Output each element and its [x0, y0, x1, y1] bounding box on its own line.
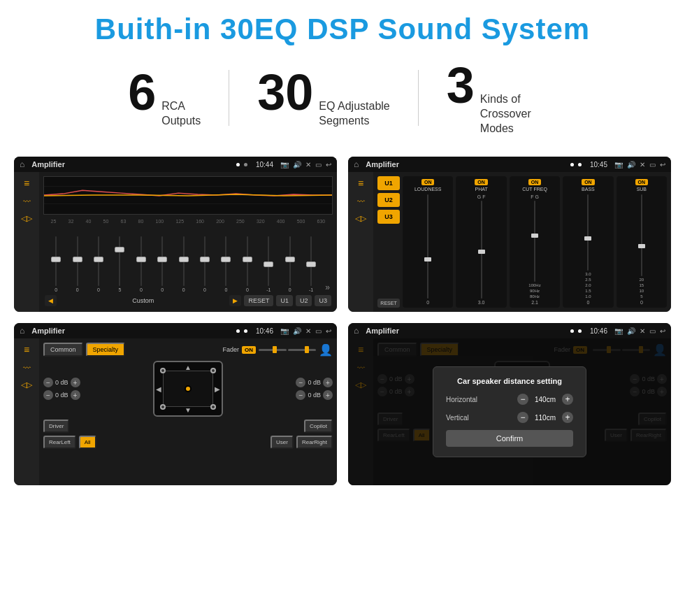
- eq-slider-5[interactable]: 0: [131, 236, 151, 292]
- close-icon-3: ✕: [305, 327, 311, 335]
- eq-slider-2[interactable]: 0: [67, 236, 87, 292]
- eq-slider-8[interactable]: 0: [195, 236, 215, 292]
- right-bot-plus[interactable]: +: [323, 390, 333, 400]
- common-tab-3[interactable]: Common: [43, 343, 83, 357]
- eq-slider-6[interactable]: 0: [152, 236, 172, 292]
- equalizer-icon[interactable]: ≡: [24, 178, 29, 189]
- back-icon-2[interactable]: ↩: [660, 161, 665, 169]
- battery-icon-2: ▭: [649, 161, 656, 169]
- crossover-reset-btn[interactable]: RESET: [377, 299, 400, 308]
- dialog-screen: ⌂ Amplifier 10:46 📷 🔊 ✕ ▭ ↩ ≡ 〰 ◁▷ Commo…: [348, 323, 671, 485]
- bass-toggle[interactable]: ON: [582, 179, 595, 185]
- arrow-up-icon: ▲: [185, 364, 192, 371]
- eq-side-icons: ≡ 〰 ◁▷: [14, 172, 39, 312]
- right-top-minus[interactable]: −: [296, 378, 305, 387]
- specialty-tab-3[interactable]: Specialty: [86, 343, 126, 357]
- rearleft-btn-3[interactable]: RearLeft: [43, 436, 76, 449]
- volume-icon-4: 🔊: [627, 327, 635, 335]
- eq-prev-btn[interactable]: ◀: [45, 295, 57, 306]
- dialog-overlay: Car speaker distance setting Horizontal …: [348, 338, 671, 485]
- profile-icon-3[interactable]: 👤: [319, 343, 333, 357]
- wave-icon[interactable]: 〰: [23, 197, 31, 206]
- home-icon-3[interactable]: ⌂: [20, 326, 24, 336]
- user-btn-3[interactable]: User: [271, 436, 294, 449]
- left-bot-plus[interactable]: +: [71, 390, 80, 400]
- eq-slider-3[interactable]: 0: [89, 236, 108, 292]
- eq-u1-btn[interactable]: U1: [276, 295, 293, 306]
- sub-slider[interactable]: 20 15 10 5 0: [639, 194, 644, 305]
- eq-slider-13[interactable]: -1: [301, 236, 321, 292]
- phat-slider[interactable]: 3.0: [478, 201, 485, 305]
- rearright-btn-3[interactable]: RearRight: [296, 436, 333, 449]
- home-icon-1[interactable]: ⌂: [20, 159, 24, 169]
- loudness-toggle[interactable]: ON: [421, 179, 435, 185]
- driver-btn-3[interactable]: Driver: [43, 420, 69, 433]
- eq-preset-label: Custom: [59, 297, 226, 304]
- speaker-icon-3[interactable]: ◁▷: [21, 380, 32, 389]
- eq-slider-10[interactable]: 0: [238, 236, 257, 292]
- vertical-ctrl: − 110cm +: [517, 412, 573, 423]
- loudness-slider[interactable]: 0: [426, 194, 429, 305]
- stat-crossover: 3 Kinds ofCrossover Modes: [419, 60, 585, 136]
- eq-reset-btn[interactable]: RESET: [244, 295, 273, 306]
- more-arrows[interactable]: »: [325, 282, 330, 292]
- vertical-plus-btn[interactable]: +: [562, 412, 573, 423]
- car-diagram-3: ◀ ▶ ▲ ▼: [153, 361, 223, 417]
- freq-630: 630: [317, 219, 326, 224]
- left-top-db: 0 dB: [55, 379, 68, 386]
- phat-toggle[interactable]: ON: [475, 179, 488, 185]
- status-bar-1: ⌂ Amplifier 10:44 📷 🔊 ✕ ▭ ↩: [14, 157, 337, 172]
- u2-channel-btn[interactable]: U2: [377, 193, 400, 207]
- cutfreq-toggle[interactable]: ON: [528, 179, 542, 185]
- eq-slider-4[interactable]: 5: [110, 236, 129, 292]
- back-icon-4[interactable]: ↩: [660, 327, 665, 335]
- status-dot-2: [244, 163, 247, 166]
- u3-channel-btn[interactable]: U3: [377, 210, 400, 224]
- speaker-icon-2[interactable]: ◁▷: [355, 214, 366, 223]
- eq-slider-7[interactable]: 0: [173, 236, 193, 292]
- eq-next-btn[interactable]: ▶: [229, 295, 241, 306]
- all-btn-3[interactable]: All: [79, 436, 96, 449]
- freq-200: 200: [216, 219, 224, 224]
- eq-slider-9[interactable]: 0: [216, 236, 236, 292]
- left-top-minus[interactable]: −: [43, 378, 53, 387]
- sub-panel: ON SUB 20 15 10 5 0: [616, 176, 667, 308]
- right-bot-minus[interactable]: −: [296, 390, 305, 400]
- fader-slider-h[interactable]: [259, 349, 316, 351]
- freq-100: 100: [156, 219, 164, 224]
- wave-icon-3[interactable]: 〰: [23, 364, 31, 372]
- camera-icon-4: 📷: [614, 327, 623, 335]
- eq-slider-1[interactable]: 0: [46, 236, 66, 292]
- fader-toggle[interactable]: ON: [242, 346, 256, 354]
- home-icon-4[interactable]: ⌂: [354, 326, 359, 336]
- back-icon-1[interactable]: ↩: [326, 161, 331, 169]
- speaker-icon[interactable]: ◁▷: [21, 214, 32, 223]
- horizontal-minus-btn[interactable]: −: [517, 394, 528, 405]
- freq-320: 320: [257, 219, 265, 224]
- right-top-plus[interactable]: +: [323, 378, 333, 387]
- left-top-plus[interactable]: +: [71, 378, 80, 387]
- horizontal-plus-btn[interactable]: +: [562, 394, 573, 405]
- eq-slider-11[interactable]: -1: [259, 236, 278, 292]
- cutfreq-slider[interactable]: 100Hz 90Hz 80Hz 2.1: [528, 201, 540, 305]
- eq-slider-12[interactable]: 0: [280, 236, 299, 292]
- close-icon-1: ✕: [305, 161, 311, 169]
- left-bot-minus[interactable]: −: [43, 390, 53, 400]
- status-time-4: 10:46: [590, 327, 607, 335]
- sub-toggle[interactable]: ON: [635, 179, 649, 185]
- home-icon-2[interactable]: ⌂: [354, 159, 359, 169]
- bass-slider[interactable]: 3.0 2.5 2.0 1.5 1.0 0: [585, 194, 591, 305]
- phat-panel: ON PHAT G F 3.0: [456, 176, 506, 308]
- vertical-minus-btn[interactable]: −: [517, 412, 528, 423]
- copilot-btn-3[interactable]: Copilot: [304, 420, 333, 433]
- eq-u3-btn[interactable]: U3: [315, 295, 331, 306]
- wave-icon-2[interactable]: 〰: [357, 197, 365, 206]
- eq-icon-2[interactable]: ≡: [358, 178, 363, 189]
- eq-icon-3[interactable]: ≡: [24, 344, 29, 355]
- eq-panel: 25 32 40 50 63 80 100 125 160 200 250 32…: [39, 172, 337, 312]
- u1-channel-btn[interactable]: U1: [377, 176, 400, 190]
- confirm-button[interactable]: Confirm: [446, 430, 573, 447]
- status-dot-5: [236, 329, 240, 333]
- back-icon-3[interactable]: ↩: [326, 327, 331, 335]
- eq-u2-btn[interactable]: U2: [296, 295, 312, 306]
